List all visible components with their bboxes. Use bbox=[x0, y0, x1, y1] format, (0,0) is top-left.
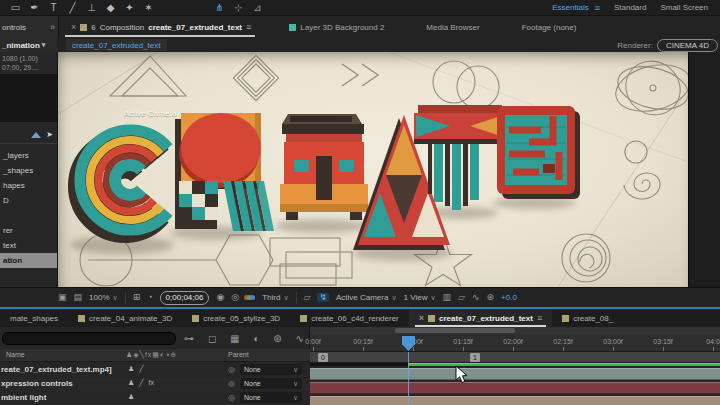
mask-visibility-icon[interactable]: ◔ bbox=[147, 293, 152, 302]
draft-3d-icon[interactable]: ◻ bbox=[208, 333, 216, 344]
timeline-tab-create_08_[interactable]: create_08_ bbox=[552, 309, 623, 327]
resolution-dropdown[interactable]: Third∨ bbox=[262, 293, 288, 302]
layer-row[interactable]: xpression controls♟╱fx◎None∨ bbox=[0, 378, 310, 391]
timeline-search-input[interactable] bbox=[2, 332, 176, 345]
camera-view-dropdown[interactable]: Active Camera∨ bbox=[336, 293, 397, 302]
clone-stamp-tool[interactable]: ⊥ bbox=[82, 1, 101, 15]
snapshot-icon[interactable]: ◉ bbox=[216, 293, 224, 302]
view-layout-dropdown[interactable]: 1 View∨ bbox=[404, 293, 436, 302]
parent-pickwhip-icon[interactable]: ◎ bbox=[228, 393, 235, 402]
puppet-pin-tool[interactable]: ✶ bbox=[139, 1, 158, 15]
layer-switches[interactable]: ♟╱fx bbox=[128, 379, 198, 387]
comp-marker-0[interactable]: 0 bbox=[318, 353, 328, 362]
local-axis-icon[interactable]: ⋔ bbox=[210, 1, 229, 15]
workspace-tab-small-screen[interactable]: Small Screen bbox=[660, 3, 708, 12]
close-icon[interactable]: × bbox=[419, 313, 424, 323]
lock-icon[interactable]: 6 bbox=[91, 23, 95, 32]
time-navigator[interactable] bbox=[310, 327, 720, 334]
brainstorm-icon[interactable]: ⊛ bbox=[273, 333, 281, 344]
close-icon[interactable]: × bbox=[71, 22, 76, 32]
zoom-dropdown[interactable]: 100%∨ bbox=[89, 293, 118, 302]
brush-tool[interactable]: ╱ bbox=[63, 1, 82, 15]
layer-bar[interactable] bbox=[310, 368, 720, 380]
workspace-tab-standard[interactable]: Standard bbox=[614, 3, 646, 12]
time-navigator-handle[interactable] bbox=[395, 328, 515, 333]
tab-media-browser[interactable]: Media Browser bbox=[414, 16, 491, 38]
type-tool[interactable]: T bbox=[44, 1, 63, 15]
renderer-button[interactable]: CINEMA 4D bbox=[657, 39, 718, 52]
display-icon[interactable]: ▤ bbox=[74, 293, 83, 302]
project-item[interactable]: rer bbox=[0, 223, 57, 238]
layer-row[interactable]: mbient light♟◎None∨ bbox=[0, 392, 310, 405]
parent-dropdown[interactable]: None∨ bbox=[240, 378, 302, 389]
show-snapshot-icon[interactable]: ◎ bbox=[231, 293, 239, 302]
timecode-display[interactable]: 0;00;04;06 bbox=[160, 291, 210, 305]
layer-bar[interactable] bbox=[310, 382, 720, 394]
pen-tool[interactable]: ✒ bbox=[25, 1, 44, 15]
project-item[interactable]: ation bbox=[0, 253, 57, 268]
layer-bar[interactable] bbox=[310, 396, 720, 405]
parent-dropdown[interactable]: None∨ bbox=[240, 392, 302, 403]
layer-row[interactable]: reate_07_extruded_text.mp4]♟╱◎None∨ bbox=[0, 364, 310, 377]
eraser-tool[interactable]: ◆ bbox=[101, 1, 120, 15]
frame-blending-icon[interactable]: ▦ bbox=[230, 333, 239, 344]
always-preview-icon[interactable]: ▣ bbox=[58, 293, 67, 302]
region-of-interest-icon[interactable]: ▱ bbox=[304, 293, 311, 302]
project-item-header[interactable]: _nimation ▾ bbox=[0, 38, 57, 52]
project-item[interactable]: text bbox=[0, 238, 57, 253]
panel-menu-icon[interactable]: ≡ bbox=[537, 313, 542, 323]
mini-flowchart-icon[interactable]: ⊶ bbox=[184, 333, 194, 344]
graph-icon[interactable]: ∿ bbox=[472, 293, 480, 302]
quality-switch-icon[interactable]: ╱ bbox=[139, 365, 143, 373]
parent-pickwhip-icon[interactable]: ◎ bbox=[228, 379, 235, 388]
workspace-menu-icon[interactable]: ≡ bbox=[595, 3, 600, 13]
exposure-value[interactable]: +0.0 bbox=[501, 293, 517, 302]
parent-column-header[interactable]: Parent bbox=[228, 351, 249, 358]
tab-footage[interactable]: Footage (none) bbox=[510, 16, 589, 38]
workspace-tab-essentials[interactable]: Essentials bbox=[552, 3, 588, 12]
panel-expand-icon[interactable]: » bbox=[50, 22, 55, 32]
tab-composition[interactable]: × 6 Composition create_07_extruded_text … bbox=[59, 16, 263, 38]
composition-viewport[interactable]: Active Camera bbox=[58, 52, 688, 287]
roto-brush-tool[interactable]: ✦ bbox=[120, 1, 139, 15]
project-item[interactable]: _shapes bbox=[0, 163, 57, 178]
layer-switches[interactable]: ♟ bbox=[128, 393, 198, 401]
layer-switches[interactable]: ♟╱ bbox=[128, 365, 198, 373]
marquee-tool[interactable]: ▭ bbox=[6, 1, 25, 15]
composition-navigator-chip[interactable]: create_07_extruded_text bbox=[66, 39, 167, 51]
shy-switch-icon[interactable]: ♟ bbox=[128, 365, 134, 373]
project-item[interactable]: D bbox=[0, 193, 57, 208]
fast-preview-icon[interactable]: ↯ bbox=[317, 293, 329, 302]
layout-icon[interactable]: ▥ bbox=[443, 293, 452, 302]
pixel-aspect-icon[interactable]: ▱ bbox=[458, 293, 465, 302]
shy-switch-icon[interactable]: ♟ bbox=[128, 379, 134, 387]
effect-controls-panel-stub[interactable]: ontrols » bbox=[0, 16, 59, 38]
gear-icon[interactable]: ⊛ bbox=[487, 293, 495, 302]
fx-switch-icon[interactable]: fx bbox=[149, 379, 154, 387]
work-area-bar[interactable]: 01 bbox=[310, 352, 720, 363]
view-axis-icon[interactable]: ⊿ bbox=[248, 1, 267, 15]
parent-pickwhip-icon[interactable]: ◎ bbox=[228, 365, 235, 374]
quality-switch-icon[interactable]: ╱ bbox=[139, 379, 143, 387]
project-item[interactable]: hapes bbox=[0, 178, 57, 193]
panel-menu-icon[interactable]: ≡ bbox=[246, 22, 251, 32]
timeline-tab-create_07_extruded_text[interactable]: ×create_07_extruded_text≡ bbox=[409, 309, 552, 327]
tab-layer-3d-background[interactable]: Layer 3D Background 2 bbox=[277, 16, 396, 38]
timeline-tab-create_06_c4d_renderer[interactable]: create_06_c4d_renderer bbox=[290, 309, 409, 327]
time-ruler[interactable]: 0:00f00:15f01:00f01:15f02:00f02:15f03:00… bbox=[310, 334, 720, 352]
timeline-tab-create_04_animate_3D[interactable]: create_04_animate_3D bbox=[68, 309, 182, 327]
sort-triangle-icon[interactable] bbox=[31, 132, 41, 138]
motion-blur-icon[interactable]: ◐ bbox=[253, 333, 259, 344]
shy-switch-icon[interactable]: ♟ bbox=[128, 393, 134, 401]
channels-icon[interactable] bbox=[246, 295, 255, 300]
name-column-header[interactable]: Name bbox=[6, 351, 25, 358]
comp-marker-1[interactable]: 1 bbox=[470, 353, 480, 362]
project-item[interactable] bbox=[0, 208, 57, 223]
project-item[interactable]: _layers bbox=[0, 148, 57, 163]
grid-guides-icon[interactable]: ⊞ bbox=[133, 293, 141, 302]
timeline-tab-create_05_stylize_3D[interactable]: create_05_stylize_3D bbox=[182, 309, 290, 327]
parent-dropdown[interactable]: None∨ bbox=[240, 364, 302, 375]
timeline-tab-mate_shapes[interactable]: mate_shapes bbox=[0, 309, 68, 327]
timeline-tab-label: create_06_c4d_renderer bbox=[311, 314, 399, 323]
world-axis-icon[interactable]: ⊹ bbox=[229, 1, 248, 15]
